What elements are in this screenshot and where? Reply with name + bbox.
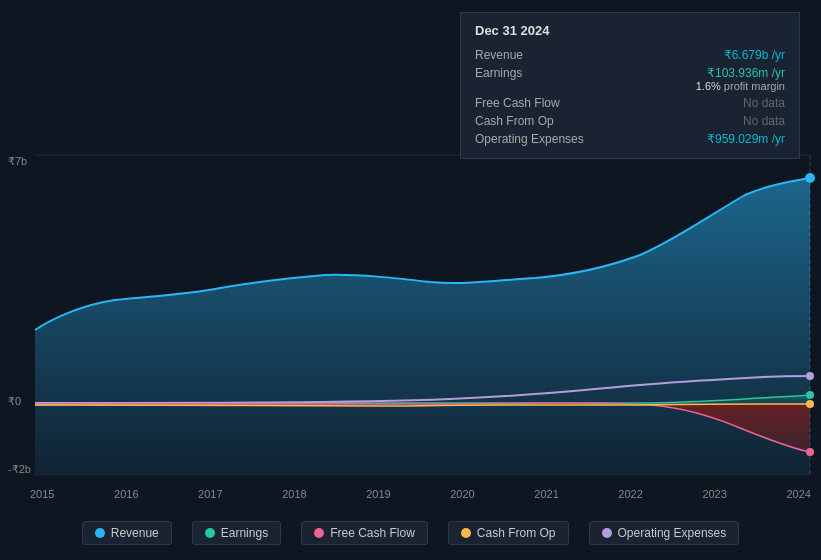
tooltip-label-earnings: Earnings <box>475 66 605 80</box>
x-label-2021: 2021 <box>534 488 558 500</box>
chart-legend: Revenue Earnings Free Cash Flow Cash Fro… <box>0 521 821 545</box>
y-label-mid: ₹0 <box>8 395 21 408</box>
legend-dot-revenue <box>95 528 105 538</box>
tooltip-label-opex: Operating Expenses <box>475 132 605 146</box>
y-label-bottom: -₹2b <box>8 463 31 476</box>
legend-item-opex[interactable]: Operating Expenses <box>589 521 740 545</box>
x-label-2023: 2023 <box>702 488 726 500</box>
x-label-2022: 2022 <box>618 488 642 500</box>
x-label-2015: 2015 <box>30 488 54 500</box>
tooltip-row-revenue: Revenue ₹6.679b /yr <box>475 46 785 64</box>
tooltip-value-opex: ₹959.029m /yr <box>707 132 785 146</box>
legend-dot-opex <box>602 528 612 538</box>
tooltip-value-earnings: ₹103.936m /yr <box>696 66 785 80</box>
legend-item-fcf[interactable]: Free Cash Flow <box>301 521 428 545</box>
tooltip-value-cfo: No data <box>743 114 785 128</box>
tooltip-value-revenue: ₹6.679b /yr <box>724 48 785 62</box>
x-label-2024: 2024 <box>786 488 810 500</box>
x-label-2018: 2018 <box>282 488 306 500</box>
chart-area: ₹7b ₹0 -₹2b 2015 2016 2017 2018 2019 202… <box>0 0 821 560</box>
x-label-2020: 2020 <box>450 488 474 500</box>
y-label-top: ₹7b <box>8 155 27 168</box>
legend-label-opex: Operating Expenses <box>618 526 727 540</box>
tooltip-row-earnings: Earnings ₹103.936m /yr 1.6% profit margi… <box>475 64 785 94</box>
x-label-2016: 2016 <box>114 488 138 500</box>
tooltip-row-opex: Operating Expenses ₹959.029m /yr <box>475 130 785 148</box>
profit-margin: 1.6% profit margin <box>696 80 785 92</box>
tooltip-label-revenue: Revenue <box>475 48 605 62</box>
legend-label-earnings: Earnings <box>221 526 268 540</box>
legend-dot-cfo <box>461 528 471 538</box>
tooltip-date: Dec 31 2024 <box>475 23 785 38</box>
x-label-2017: 2017 <box>198 488 222 500</box>
legend-dot-fcf <box>314 528 324 538</box>
legend-label-revenue: Revenue <box>111 526 159 540</box>
legend-label-cfo: Cash From Op <box>477 526 556 540</box>
x-axis-labels: 2015 2016 2017 2018 2019 2020 2021 2022 … <box>30 488 811 500</box>
tooltip-row-fcf: Free Cash Flow No data <box>475 94 785 112</box>
legend-label-fcf: Free Cash Flow <box>330 526 415 540</box>
x-label-2019: 2019 <box>366 488 390 500</box>
tooltip-row-cfo: Cash From Op No data <box>475 112 785 130</box>
tooltip-value-fcf: No data <box>743 96 785 110</box>
legend-dot-earnings <box>205 528 215 538</box>
legend-item-earnings[interactable]: Earnings <box>192 521 281 545</box>
tooltip-label-cfo: Cash From Op <box>475 114 605 128</box>
legend-item-revenue[interactable]: Revenue <box>82 521 172 545</box>
tooltip-label-fcf: Free Cash Flow <box>475 96 605 110</box>
tooltip-box: Dec 31 2024 Revenue ₹6.679b /yr Earnings… <box>460 12 800 159</box>
legend-item-cfo[interactable]: Cash From Op <box>448 521 569 545</box>
